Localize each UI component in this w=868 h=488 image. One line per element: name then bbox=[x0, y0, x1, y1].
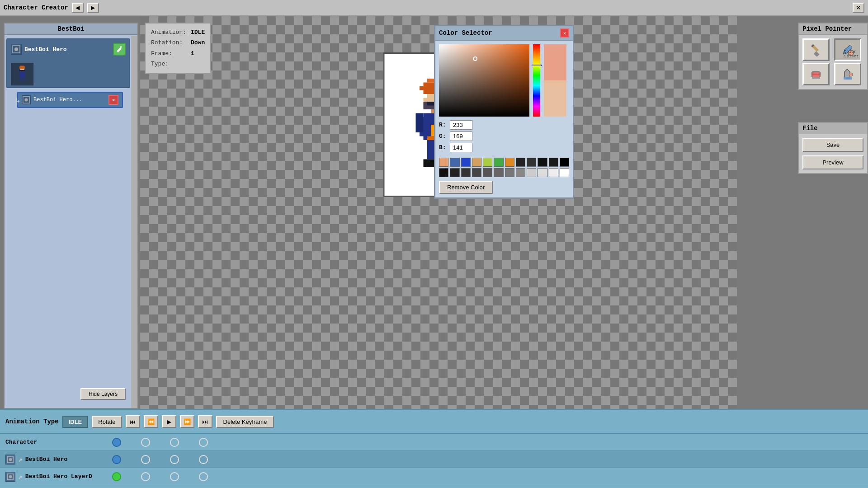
file-panel: File Save Preview bbox=[798, 122, 868, 174]
r-input[interactable] bbox=[450, 120, 472, 130]
swatch[interactable] bbox=[549, 168, 558, 177]
swatch[interactable] bbox=[494, 168, 503, 177]
svg-rect-27 bbox=[19, 72, 25, 77]
layer-edit-button[interactable] bbox=[113, 43, 126, 56]
svg-rect-32 bbox=[814, 51, 820, 56]
keyframe[interactable] bbox=[170, 455, 179, 464]
swatch[interactable] bbox=[461, 158, 471, 167]
step-forward-button[interactable]: ⏩ bbox=[180, 415, 194, 428]
svg-rect-18 bbox=[423, 160, 435, 167]
swatch[interactable] bbox=[549, 158, 558, 167]
play-button[interactable]: ▶ bbox=[162, 415, 176, 428]
swatch[interactable] bbox=[516, 158, 525, 167]
keyframe[interactable] bbox=[112, 438, 121, 447]
color-selector-title: Color Selector ✕ bbox=[435, 26, 573, 41]
color-preview bbox=[544, 44, 566, 117]
swatch[interactable] bbox=[494, 158, 503, 167]
timeline-row-bestboi-layerd: ↗ BestBoi Hero LayerD bbox=[0, 468, 868, 485]
sublayer-delete-button[interactable]: ✕ bbox=[108, 95, 118, 105]
keyframe[interactable] bbox=[199, 455, 208, 464]
color-selector: Color Selector ✕ R: G: B: bbox=[434, 25, 574, 199]
timeline-sublayer-icon bbox=[5, 472, 15, 482]
keyframe[interactable] bbox=[199, 472, 208, 481]
rgb-inputs: R: G: B: bbox=[435, 120, 573, 158]
forward-button[interactable]: ▶ bbox=[87, 3, 99, 13]
swatch[interactable] bbox=[538, 168, 547, 177]
keyframe[interactable] bbox=[141, 438, 150, 447]
swatches-row-1 bbox=[439, 158, 569, 167]
swatch[interactable] bbox=[560, 158, 569, 167]
pencil-tool-button[interactable] bbox=[802, 38, 830, 61]
remove-color-button[interactable]: Remove Color bbox=[439, 181, 493, 194]
swatch[interactable] bbox=[472, 168, 481, 177]
svg-rect-37 bbox=[812, 74, 820, 75]
back-button[interactable]: ◀ bbox=[72, 3, 84, 13]
close-button[interactable]: ✕ bbox=[853, 3, 864, 13]
swatch[interactable] bbox=[461, 168, 471, 177]
skip-forward-button[interactable]: ⏭ bbox=[198, 415, 212, 428]
g-input[interactable] bbox=[450, 131, 472, 141]
swatch[interactable] bbox=[483, 168, 492, 177]
connect-icon-2: ↗ bbox=[18, 472, 23, 481]
svg-rect-23 bbox=[20, 66, 24, 67]
eraser-tool-button[interactable] bbox=[802, 63, 830, 85]
svg-rect-39 bbox=[844, 77, 852, 80]
sublayer-item[interactable]: BestBoi Hero... ✕ bbox=[17, 92, 123, 108]
swatch[interactable] bbox=[439, 158, 448, 167]
preview-button[interactable]: Preview bbox=[802, 155, 863, 169]
keyframe[interactable] bbox=[112, 455, 121, 464]
swatch[interactable] bbox=[439, 168, 448, 177]
step-back-button[interactable]: ⏪ bbox=[144, 415, 158, 428]
keyframe[interactable] bbox=[141, 455, 150, 464]
swatch[interactable] bbox=[516, 168, 525, 177]
swatch[interactable] bbox=[450, 168, 459, 177]
save-button[interactable]: Save bbox=[802, 138, 863, 152]
frame-label: Frame: bbox=[151, 48, 187, 59]
animation-label: Animation: bbox=[151, 27, 187, 38]
rotation-value: Down bbox=[191, 38, 205, 48]
timeline-track-bestboi-hero bbox=[108, 455, 868, 464]
swatch[interactable] bbox=[450, 158, 459, 167]
delete-keyframe-button[interactable]: Delete Keyframe bbox=[216, 416, 274, 428]
sublayer-icon bbox=[22, 95, 31, 104]
color-selector-close-button[interactable]: ✕ bbox=[560, 28, 569, 38]
timeline-row-bestboi-hero: ↗ BestBoi Hero bbox=[0, 451, 868, 468]
idle-type-button[interactable]: IDLE bbox=[62, 416, 89, 428]
keyframe[interactable] bbox=[170, 438, 179, 447]
swatch[interactable] bbox=[527, 168, 536, 177]
svg-point-31 bbox=[24, 98, 28, 101]
swatch[interactable] bbox=[538, 158, 547, 167]
hide-layers-button[interactable]: Hide Layers bbox=[80, 388, 126, 400]
animation-type-label: Animation Type bbox=[5, 418, 59, 425]
hue-cursor bbox=[532, 65, 542, 66]
swatch[interactable] bbox=[505, 168, 514, 177]
color-gradient[interactable] bbox=[439, 44, 529, 117]
b-label: B: bbox=[439, 144, 446, 151]
hue-slider[interactable] bbox=[533, 44, 540, 117]
animation-controls: Animation Type IDLE Rotate ⏮ ⏪ ▶ ⏩ ⏭ Del… bbox=[0, 410, 868, 434]
swatch[interactable] bbox=[472, 158, 481, 167]
bestboi-hero-label-text: BestBoi Hero bbox=[25, 456, 68, 463]
layer-thumbnail bbox=[11, 63, 33, 85]
skip-back-button[interactable]: ⏮ bbox=[126, 415, 140, 428]
layers-scrollbar[interactable] bbox=[131, 36, 137, 408]
type-label: Type: bbox=[151, 59, 187, 69]
sublayer-connector: ↳ bbox=[15, 95, 20, 105]
frame-value: 1 bbox=[191, 48, 194, 59]
keyframe[interactable] bbox=[141, 472, 150, 481]
swatch[interactable] bbox=[527, 158, 536, 167]
layer-item-hero[interactable]: BestBoi Hero bbox=[6, 38, 130, 88]
color-select-tool-button[interactable]: ColorSelect bbox=[834, 38, 861, 61]
keyframe[interactable] bbox=[170, 472, 179, 481]
swatch[interactable] bbox=[560, 168, 569, 177]
keyframe-green[interactable] bbox=[112, 472, 121, 481]
swatch[interactable] bbox=[505, 158, 514, 167]
b-input[interactable] bbox=[450, 143, 472, 152]
rotate-button[interactable]: Rotate bbox=[92, 416, 122, 428]
sublayer-name: BestBoi Hero... bbox=[33, 97, 82, 103]
timeline-label-bestboi-hero: ↗ BestBoi Hero bbox=[0, 455, 108, 465]
color-picker-area bbox=[435, 41, 573, 120]
keyframe[interactable] bbox=[199, 438, 208, 447]
swatch[interactable] bbox=[483, 158, 492, 167]
fill-tool-button[interactable] bbox=[834, 63, 861, 85]
